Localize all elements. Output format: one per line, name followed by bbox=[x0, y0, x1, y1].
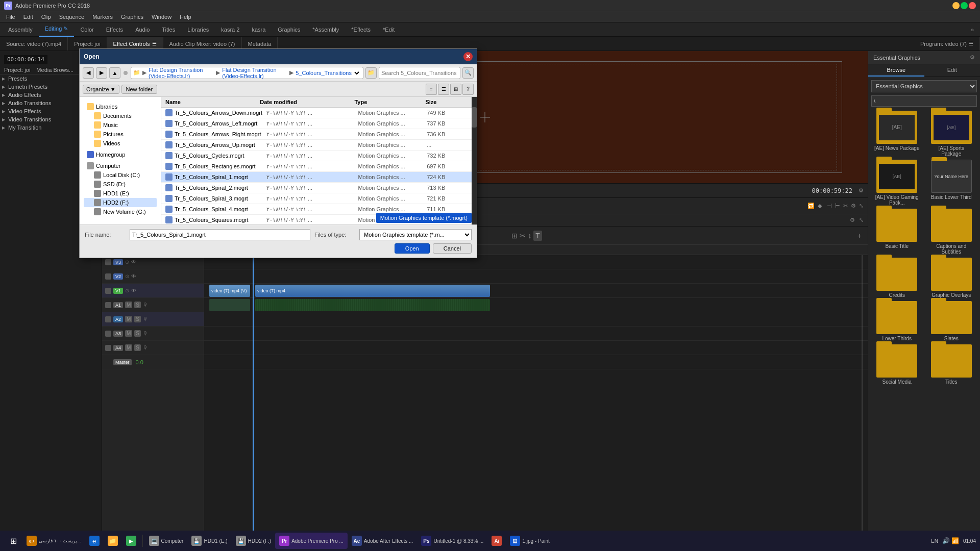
taskbar-item-farsi[interactable]: 🏷 پریست ۱۰۰ فارسی... bbox=[22, 533, 85, 549]
tab-kasra[interactable]: kasra bbox=[246, 22, 272, 37]
nav-item-computer[interactable]: Computer bbox=[84, 161, 157, 170]
speaker-icon[interactable]: 🔊 bbox=[942, 537, 950, 544]
taskbar-item-computer[interactable]: 💻 Computer bbox=[145, 533, 188, 549]
a3-badge[interactable]: A3 bbox=[113, 331, 123, 337]
timeline-settings-icon[interactable]: ⚙ bbox=[850, 217, 855, 223]
clock[interactable]: 01:04 bbox=[963, 538, 976, 544]
a1-s[interactable]: S bbox=[134, 302, 141, 308]
eg-item-captions[interactable]: Captions and Subtitles bbox=[926, 209, 977, 255]
tab-source[interactable]: Source: video (7).mp4 bbox=[0, 37, 68, 51]
organize-button[interactable]: Organize ▼ bbox=[83, 85, 119, 94]
menu-sequence[interactable]: Sequence bbox=[55, 13, 89, 21]
eg-item-credits[interactable]: Credits bbox=[871, 258, 923, 298]
file-row-3[interactable]: Tr_5_Colours_Arrows_Up.mogrt ۲۰۱۸/۱۱/۰۲ … bbox=[161, 140, 477, 151]
taskbar-item-explorer[interactable]: 📁 bbox=[104, 533, 122, 549]
tab-assembly2[interactable]: *Assembly bbox=[306, 22, 345, 37]
eg-item-basic-lower[interactable]: Your Name Here Basic Lower Third bbox=[926, 160, 977, 206]
file-row-4[interactable]: Tr_5_Colours_Cycles.mogrt ۲۰۱۸/۱۱/۰۲ ۱:۲… bbox=[161, 151, 477, 161]
razor-tool[interactable]: ✂ bbox=[520, 232, 526, 240]
dialog-search-input[interactable] bbox=[379, 67, 460, 79]
add-edit-button[interactable]: ✂ bbox=[843, 203, 848, 209]
a2-s[interactable]: S bbox=[134, 316, 141, 322]
nav-browse-button[interactable]: 📁 bbox=[365, 67, 377, 79]
tab-browse[interactable]: Browse bbox=[868, 64, 924, 77]
taskbar-item-media[interactable]: ▶ bbox=[122, 533, 140, 549]
a3-s[interactable]: S bbox=[134, 330, 141, 337]
a4-m[interactable]: M bbox=[125, 344, 132, 351]
a4-lock[interactable] bbox=[105, 345, 111, 351]
nav-item-local-disk-c[interactable]: Local Disk (C:) bbox=[84, 170, 157, 180]
start-button[interactable]: ⊞ bbox=[4, 533, 22, 549]
menu-file[interactable]: File bbox=[2, 13, 19, 21]
file-type-select[interactable]: Motion Graphics template (*.m... bbox=[359, 229, 472, 240]
loop-button[interactable]: 🔁 bbox=[807, 203, 815, 209]
nav-item-hdd2-f[interactable]: HDD2 (F:) bbox=[84, 198, 157, 207]
menu-graphics[interactable]: Graphics bbox=[117, 13, 148, 21]
a1-m[interactable]: M bbox=[125, 302, 132, 308]
text-tool[interactable]: T bbox=[533, 231, 542, 241]
eg-item-slates[interactable]: Slates bbox=[926, 301, 977, 341]
file-row-5[interactable]: Tr_5_Colours_Rectangles.mogrt ۲۰۱۸/۱۱/۰۲… bbox=[161, 161, 477, 172]
v2-lock[interactable] bbox=[105, 273, 111, 280]
nav-item-new-volume-g[interactable]: New Volume (G:) bbox=[84, 207, 157, 216]
audio-clip-2[interactable] bbox=[255, 299, 490, 311]
taskbar-item-aftereffects[interactable]: Ae Adobe After Effects ... bbox=[348, 533, 418, 549]
timeline-expand-icon[interactable]: ⤡ bbox=[859, 217, 864, 223]
v3-badge[interactable]: V3 bbox=[113, 259, 123, 265]
video-clip-2[interactable]: video (7).mp4 bbox=[255, 285, 490, 297]
file-list-scrollbar[interactable] bbox=[472, 97, 477, 224]
close-button[interactable] bbox=[969, 2, 976, 9]
nav-item-documents[interactable]: Documents bbox=[84, 111, 157, 120]
eg-item-graphic-overlays[interactable]: Graphic Overlays bbox=[926, 258, 977, 298]
file-row-2[interactable]: Tr_5_Colours_Arrows_Right.mogrt ۲۰۱۸/۱۱/… bbox=[161, 129, 477, 140]
eg-item-titles[interactable]: Titles bbox=[926, 344, 977, 385]
dialog-cancel-button[interactable]: Cancel bbox=[433, 243, 472, 254]
dialog-open-button[interactable]: Open bbox=[395, 243, 430, 254]
file-type-dropdown-overlay[interactable]: Motion Graphics template (*.mogrt) bbox=[376, 213, 472, 223]
new-folder-button[interactable]: New folder bbox=[121, 85, 158, 94]
taskbar-item-ie[interactable]: e bbox=[85, 533, 104, 549]
bc-item-3[interactable]: 5_Colours_Transitions bbox=[296, 70, 352, 76]
dialog-close-button[interactable]: ✕ bbox=[463, 52, 473, 61]
help-button[interactable]: ? bbox=[462, 84, 474, 95]
a1-badge[interactable]: A1 bbox=[113, 302, 123, 308]
bc-root[interactable]: 📁 bbox=[133, 69, 140, 76]
taskbar-item-paint[interactable]: 🖼 1.jpg - Paint bbox=[506, 533, 553, 549]
file-row-1[interactable]: Tr_5_Colours_Arrows_Left.mogrt ۲۰۱۸/۱۱/۰… bbox=[161, 118, 477, 129]
tab-kasra2[interactable]: kasra 2 bbox=[215, 22, 246, 37]
tab-graphics[interactable]: Graphics bbox=[272, 22, 306, 37]
maximize-button[interactable] bbox=[961, 2, 968, 9]
menu-markers[interactable]: Markers bbox=[88, 13, 117, 21]
tab-audio[interactable]: Audio bbox=[129, 22, 156, 37]
video-clip-1[interactable]: video (7).mp4 (V) bbox=[209, 285, 250, 297]
a2-m[interactable]: M bbox=[125, 316, 132, 322]
nav-item-libraries[interactable]: Libraries bbox=[84, 102, 157, 111]
nav-item-hdd1-e[interactable]: HDD1 (E:) bbox=[84, 189, 157, 198]
nav-item-pictures[interactable]: Pictures bbox=[84, 130, 157, 139]
tab-color[interactable]: Color bbox=[74, 22, 100, 37]
add-track-button[interactable]: + bbox=[857, 232, 862, 240]
audio-clip-1[interactable] bbox=[209, 299, 250, 311]
file-row-8[interactable]: Tr_5_Colours_Spiral_3.mogrt ۲۰۱۸/۱۱/۰۲ ۱… bbox=[161, 193, 477, 204]
file-row-7[interactable]: Tr_5_Colours_Spiral_2.mogrt ۲۰۱۸/۱۱/۰۲ ۱… bbox=[161, 183, 477, 193]
tab-edit2[interactable]: *Edit bbox=[377, 22, 401, 37]
track-select-tool[interactable]: ↕ bbox=[528, 232, 531, 240]
snap-tool[interactable]: ⊞ bbox=[511, 232, 518, 240]
file-row-0[interactable]: Tr_5_Colours_Arrows_Down.mogrt ۲۰۱۸/۱۱/۰… bbox=[161, 108, 477, 118]
eg-item-ae-news[interactable]: [AE] [AE] News Package bbox=[871, 111, 923, 157]
a3-m[interactable]: M bbox=[125, 330, 132, 337]
expand-button[interactable]: ⤡ bbox=[859, 203, 864, 209]
minimize-button[interactable] bbox=[952, 2, 960, 9]
taskbar-item-premiere[interactable]: Pr Adobe Premiere Pro ... bbox=[275, 533, 348, 549]
menu-clip[interactable]: Clip bbox=[37, 13, 55, 21]
menu-edit[interactable]: Edit bbox=[19, 13, 37, 21]
view-list-button[interactable]: ≡ bbox=[426, 84, 437, 95]
col-size[interactable]: Size bbox=[425, 99, 473, 105]
v1-badge[interactable]: V1 bbox=[113, 288, 123, 294]
nav-up-button[interactable]: ▲ bbox=[109, 67, 120, 79]
eg-master-dropdown[interactable]: Essential Graphics bbox=[871, 80, 977, 92]
col-name[interactable]: Name bbox=[165, 99, 260, 105]
nav-back-button[interactable]: ◀ bbox=[83, 67, 94, 79]
col-type[interactable]: Type bbox=[354, 99, 425, 105]
nav-search-button[interactable]: 🔍 bbox=[462, 67, 474, 79]
